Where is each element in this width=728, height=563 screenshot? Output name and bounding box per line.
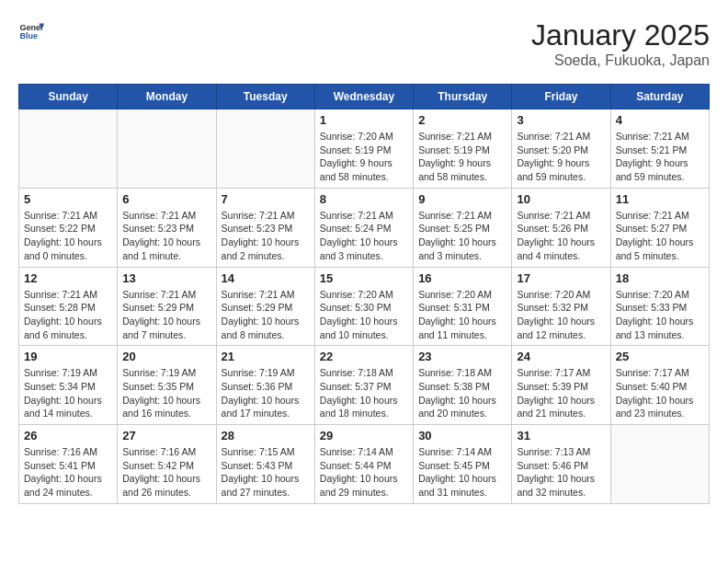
day-number: 19	[24, 350, 112, 363]
table-row: 22Sunrise: 7:18 AM Sunset: 5:37 PM Dayli…	[314, 346, 413, 425]
day-number: 3	[517, 113, 605, 127]
table-row: 11Sunrise: 7:21 AM Sunset: 5:27 PM Dayli…	[610, 188, 709, 267]
logo-icon: General Blue	[18, 18, 44, 44]
day-number: 6	[122, 192, 210, 206]
day-number: 12	[24, 271, 112, 285]
table-row: 1Sunrise: 7:20 AM Sunset: 5:19 PM Daylig…	[314, 109, 413, 189]
table-row: 10Sunrise: 7:21 AM Sunset: 5:26 PM Dayli…	[512, 188, 610, 267]
table-row: 3Sunrise: 7:21 AM Sunset: 5:20 PM Daylig…	[512, 109, 610, 189]
day-info: Sunrise: 7:17 AM Sunset: 5:40 PM Dayligh…	[616, 366, 704, 420]
day-info: Sunrise: 7:20 AM Sunset: 5:31 PM Dayligh…	[418, 288, 506, 342]
table-row: 5Sunrise: 7:21 AM Sunset: 5:22 PM Daylig…	[19, 188, 118, 267]
title-block: January 2025 Soeda, Fukuoka, Japan	[531, 18, 710, 69]
day-info: Sunrise: 7:14 AM Sunset: 5:45 PM Dayligh…	[418, 445, 506, 500]
day-number: 2	[418, 113, 506, 127]
table-row: 20Sunrise: 7:19 AM Sunset: 5:35 PM Dayli…	[118, 346, 216, 425]
day-number: 25	[616, 350, 704, 363]
table-row: 6Sunrise: 7:21 AM Sunset: 5:23 PM Daylig…	[118, 188, 216, 267]
logo: General Blue	[18, 18, 44, 44]
table-row: 31Sunrise: 7:13 AM Sunset: 5:46 PM Dayli…	[512, 425, 610, 504]
table-row: 16Sunrise: 7:20 AM Sunset: 5:31 PM Dayli…	[414, 267, 512, 346]
day-info: Sunrise: 7:21 AM Sunset: 5:24 PM Dayligh…	[320, 209, 408, 263]
table-row: 23Sunrise: 7:18 AM Sunset: 5:38 PM Dayli…	[414, 346, 512, 425]
col-tuesday: Tuesday	[216, 85, 314, 109]
table-row: 18Sunrise: 7:20 AM Sunset: 5:33 PM Dayli…	[610, 267, 709, 346]
table-row: 17Sunrise: 7:20 AM Sunset: 5:32 PM Dayli…	[512, 267, 610, 346]
calendar-title: January 2025	[531, 18, 710, 52]
day-info: Sunrise: 7:21 AM Sunset: 5:23 PM Dayligh…	[122, 209, 210, 263]
day-info: Sunrise: 7:20 AM Sunset: 5:30 PM Dayligh…	[320, 288, 408, 342]
day-number: 4	[616, 113, 704, 127]
day-info: Sunrise: 7:21 AM Sunset: 5:28 PM Dayligh…	[24, 288, 112, 342]
calendar-week-row: 12Sunrise: 7:21 AM Sunset: 5:28 PM Dayli…	[19, 267, 710, 346]
day-info: Sunrise: 7:21 AM Sunset: 5:20 PM Dayligh…	[517, 130, 605, 184]
table-row: 2Sunrise: 7:21 AM Sunset: 5:19 PM Daylig…	[414, 109, 512, 189]
table-row: 4Sunrise: 7:21 AM Sunset: 5:21 PM Daylig…	[610, 109, 709, 189]
day-info: Sunrise: 7:20 AM Sunset: 5:33 PM Dayligh…	[616, 288, 704, 342]
day-info: Sunrise: 7:16 AM Sunset: 5:42 PM Dayligh…	[122, 445, 210, 500]
calendar-subtitle: Soeda, Fukuoka, Japan	[531, 52, 710, 69]
col-saturday: Saturday	[610, 85, 709, 109]
table-row: 26Sunrise: 7:16 AM Sunset: 5:41 PM Dayli…	[19, 425, 118, 504]
day-number: 17	[517, 271, 605, 285]
day-number: 13	[122, 271, 210, 285]
day-number: 14	[222, 271, 310, 285]
table-row: 28Sunrise: 7:15 AM Sunset: 5:43 PM Dayli…	[216, 425, 314, 504]
day-number: 30	[418, 429, 506, 442]
day-number: 15	[320, 271, 408, 285]
day-number: 5	[24, 192, 112, 206]
col-thursday: Thursday	[414, 85, 512, 109]
table-row: 15Sunrise: 7:20 AM Sunset: 5:30 PM Dayli…	[314, 267, 413, 346]
table-row: 8Sunrise: 7:21 AM Sunset: 5:24 PM Daylig…	[314, 188, 413, 267]
day-info: Sunrise: 7:21 AM Sunset: 5:22 PM Dayligh…	[24, 209, 112, 263]
day-info: Sunrise: 7:17 AM Sunset: 5:39 PM Dayligh…	[517, 366, 605, 420]
col-sunday: Sunday	[19, 85, 118, 109]
day-info: Sunrise: 7:21 AM Sunset: 5:23 PM Dayligh…	[222, 209, 310, 263]
day-number: 9	[418, 192, 506, 206]
svg-text:Blue: Blue	[19, 31, 38, 40]
table-row: 19Sunrise: 7:19 AM Sunset: 5:34 PM Dayli…	[19, 346, 118, 425]
day-number: 16	[418, 271, 506, 285]
calendar-week-row: 26Sunrise: 7:16 AM Sunset: 5:41 PM Dayli…	[19, 425, 710, 504]
day-number: 1	[320, 113, 408, 127]
day-info: Sunrise: 7:18 AM Sunset: 5:38 PM Dayligh…	[418, 366, 506, 420]
day-info: Sunrise: 7:21 AM Sunset: 5:29 PM Dayligh…	[222, 288, 310, 342]
day-number: 27	[122, 429, 210, 442]
calendar-header-row: Sunday Monday Tuesday Wednesday Thursday…	[19, 85, 710, 109]
day-number: 11	[616, 192, 704, 206]
col-wednesday: Wednesday	[314, 85, 413, 109]
day-number: 24	[517, 350, 605, 363]
day-info: Sunrise: 7:18 AM Sunset: 5:37 PM Dayligh…	[320, 366, 408, 420]
day-info: Sunrise: 7:21 AM Sunset: 5:25 PM Dayligh…	[418, 209, 506, 263]
day-number: 18	[616, 271, 704, 285]
day-number: 10	[517, 192, 605, 206]
table-row: 14Sunrise: 7:21 AM Sunset: 5:29 PM Dayli…	[216, 267, 314, 346]
calendar-week-row: 19Sunrise: 7:19 AM Sunset: 5:34 PM Dayli…	[19, 346, 710, 425]
day-number: 21	[222, 350, 310, 363]
day-info: Sunrise: 7:19 AM Sunset: 5:34 PM Dayligh…	[24, 366, 112, 420]
calendar-week-row: 5Sunrise: 7:21 AM Sunset: 5:22 PM Daylig…	[19, 188, 710, 267]
col-friday: Friday	[512, 85, 610, 109]
day-number: 26	[24, 429, 112, 442]
table-row: 27Sunrise: 7:16 AM Sunset: 5:42 PM Dayli…	[118, 425, 216, 504]
table-row: 30Sunrise: 7:14 AM Sunset: 5:45 PM Dayli…	[414, 425, 512, 504]
day-info: Sunrise: 7:21 AM Sunset: 5:29 PM Dayligh…	[122, 288, 210, 342]
day-number: 22	[320, 350, 408, 363]
page-header: General Blue January 2025 Soeda, Fukuoka…	[18, 18, 710, 69]
day-number: 28	[222, 429, 310, 442]
day-info: Sunrise: 7:14 AM Sunset: 5:44 PM Dayligh…	[320, 445, 408, 500]
day-number: 20	[122, 350, 210, 363]
table-row: 12Sunrise: 7:21 AM Sunset: 5:28 PM Dayli…	[19, 267, 118, 346]
table-row: 29Sunrise: 7:14 AM Sunset: 5:44 PM Dayli…	[314, 425, 413, 504]
day-info: Sunrise: 7:21 AM Sunset: 5:27 PM Dayligh…	[616, 209, 704, 263]
table-row	[216, 109, 314, 189]
day-info: Sunrise: 7:21 AM Sunset: 5:19 PM Dayligh…	[418, 130, 506, 184]
table-row: 21Sunrise: 7:19 AM Sunset: 5:36 PM Dayli…	[216, 346, 314, 425]
day-info: Sunrise: 7:21 AM Sunset: 5:21 PM Dayligh…	[616, 130, 704, 184]
calendar-table: Sunday Monday Tuesday Wednesday Thursday…	[18, 84, 710, 504]
day-info: Sunrise: 7:21 AM Sunset: 5:26 PM Dayligh…	[517, 209, 605, 263]
calendar-week-row: 1Sunrise: 7:20 AM Sunset: 5:19 PM Daylig…	[19, 109, 710, 189]
day-info: Sunrise: 7:15 AM Sunset: 5:43 PM Dayligh…	[222, 445, 310, 500]
day-info: Sunrise: 7:13 AM Sunset: 5:46 PM Dayligh…	[517, 445, 605, 500]
table-row	[118, 109, 216, 189]
